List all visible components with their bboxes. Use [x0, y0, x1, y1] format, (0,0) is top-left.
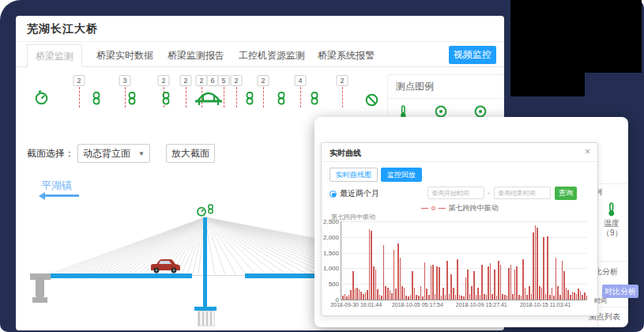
x-axis-name: 时间	[594, 296, 607, 305]
sensor-count-badge: 5	[218, 75, 230, 86]
tab-realtime-data[interactable]: 桥梁实时数据	[89, 44, 161, 67]
sensor-marker-line	[224, 87, 224, 108]
y-tick-label: 2,000	[323, 233, 339, 240]
temperature-count: （9）	[602, 228, 623, 239]
section-select-label: 截面选择：	[27, 147, 74, 160]
left-abutment-base	[32, 297, 47, 303]
section-select-dropdown[interactable]: 动态背立面 ▼	[77, 144, 150, 163]
sensor-count-badge: 2	[196, 75, 208, 86]
left-abutment-stem	[36, 280, 44, 297]
tower-link-icon[interactable]	[207, 204, 214, 214]
screenshot-stage: 芜湖长江大桥 桥梁监测 桥梁实时数据 桥梁监测报告 工控机资源监测 桥梁系统报警…	[0, 0, 644, 332]
sensor-marker-line	[186, 87, 186, 108]
car-image	[149, 258, 182, 274]
y-tick-label: 1,000	[323, 265, 339, 272]
date-range-separator: -	[488, 189, 490, 197]
deck-gap-line	[192, 275, 245, 276]
sensor-count-badge: 2	[231, 75, 243, 86]
x-tick-label: 2018-09-30 16:01:44	[330, 302, 382, 307]
main-tabbar: 桥梁监测 桥梁实时数据 桥梁监测报告 工控机资源监测 桥梁系统报警 视频监控	[16, 44, 504, 67]
x-tick-label: 2018-10-09 15:27:41	[456, 302, 507, 307]
compare-analysis-button[interactable]: 对比分析	[602, 285, 638, 298]
sensor-marker-line	[79, 87, 80, 108]
legend-series-name: 第七跨跨中振动	[449, 203, 499, 213]
realtime-curve-dialog: 实时曲线 × 实时曲线图 监控回放 最近两个月 - 查询	[321, 142, 598, 316]
ban-sensor-icon[interactable]	[365, 93, 378, 107]
y-tick-label: 2,500	[323, 218, 339, 225]
tab-monitor-playback[interactable]: 监控回放	[381, 168, 422, 182]
y-tick-label: 500	[329, 281, 339, 288]
bridge-side-label: 平湖镇	[41, 179, 72, 193]
wind-gauge-icon[interactable]	[34, 90, 49, 105]
x-tick-label: 2018-10-15 11:03:41	[520, 302, 571, 307]
close-icon[interactable]: ×	[585, 147, 590, 157]
thermometer-icon	[607, 202, 616, 217]
vibration-chart-plot: 2,500 2,000 1,500 1,000 500 0 2018-09-30…	[341, 221, 587, 300]
divider	[16, 41, 504, 42]
sensor-marker-line	[342, 87, 343, 108]
sensor-marker-line	[263, 87, 264, 108]
link-sensor-icon[interactable]	[277, 92, 286, 105]
section-select-value: 动态背立面	[83, 147, 130, 160]
sensor-marker-line	[236, 87, 237, 108]
dialog-title: 实时曲线	[330, 148, 361, 159]
section-select-bar: 截面选择： 动态背立面 ▼ 放大截面	[27, 144, 215, 163]
query-controls: 最近两个月 - 查询	[322, 187, 597, 201]
sensor-marker-line	[300, 87, 301, 108]
last-two-months-radio[interactable]	[330, 191, 337, 198]
page-title: 芜湖长江大桥	[27, 22, 98, 36]
query-start-time-input[interactable]	[427, 187, 484, 199]
sensor-count-badge: 4	[295, 75, 307, 86]
black-region-step	[510, 0, 585, 96]
tower-pier	[198, 311, 215, 326]
zoom-section-button[interactable]: 放大截面	[166, 144, 215, 163]
bridge-sensor-icon[interactable]	[194, 89, 223, 106]
link-sensor-icon[interactable]	[310, 92, 319, 105]
left-arrow-icon	[41, 194, 79, 197]
sensor-count-badge: 2	[337, 75, 348, 86]
bar-series	[342, 221, 587, 300]
sensor-count-badge: 3	[119, 75, 131, 86]
bridge-tower	[203, 217, 207, 314]
dialog-tabs: 实时曲线图 监控回放	[330, 168, 422, 182]
x-tick-label: 2018-10-05 05:17:54	[392, 302, 443, 307]
sensor-count-badge: 2	[73, 75, 85, 86]
link-sensor-icon[interactable]	[161, 92, 171, 105]
query-end-time-input[interactable]	[494, 187, 551, 199]
query-button[interactable]: 查询	[555, 187, 577, 200]
legend-line-icon	[421, 208, 428, 209]
tab-system-alarm[interactable]: 桥梁系统报警	[310, 44, 382, 67]
tab-monitor-report[interactable]: 桥梁监测报告	[160, 44, 232, 67]
point-legend-title: 测点图例	[388, 75, 503, 99]
left-abutment	[30, 274, 51, 280]
sensor-count-badge: 6	[207, 75, 219, 86]
sensor-marker-line	[125, 87, 126, 108]
y-tick-label: 1,500	[323, 249, 339, 256]
last-two-months-label: 最近两个月	[340, 188, 379, 199]
tower-gauge-icon[interactable]	[196, 206, 207, 217]
link-sensor-icon[interactable]	[127, 92, 137, 105]
tab-realtime-curve[interactable]: 实时曲线图	[330, 168, 378, 182]
link-sensor-icon[interactable]	[245, 92, 254, 105]
tab-ipc-resource[interactable]: 工控机资源监测	[231, 44, 313, 67]
dialog-header: 实时曲线 ×	[322, 143, 597, 162]
tab-bridge-monitor[interactable]: 桥梁监测	[27, 44, 82, 67]
legend-line-icon	[439, 208, 446, 209]
chevron-down-icon: ▼	[138, 150, 145, 157]
link-sensor-icon[interactable]	[92, 92, 101, 105]
overlay-window: 测点图例 温度 （9） 对比分析 对比分析 测点列表 实时曲线 × 实时曲线图 …	[314, 117, 628, 327]
video-monitor-button[interactable]: 视频监控	[449, 46, 496, 64]
sensor-count-badge: 2	[180, 75, 192, 86]
sensor-count-badge: 2	[158, 75, 170, 86]
legend-circle-icon	[431, 206, 435, 210]
sensor-count-badge: 2	[258, 75, 269, 86]
